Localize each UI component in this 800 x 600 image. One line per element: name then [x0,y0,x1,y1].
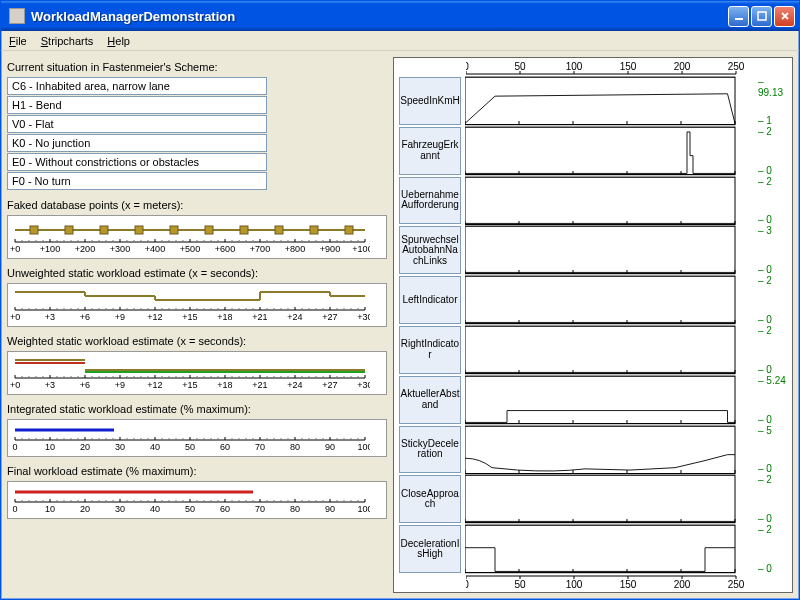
chart-plot [465,325,754,375]
chart-range: – 5 – 0 [754,425,788,475]
chart-row-uebernahmeaufforderung: UebernahmeAufforderung – 2 – 0 [398,176,788,226]
chart-range: – 2 – 0 [754,275,788,325]
svg-text:+9: +9 [115,312,125,322]
svg-rect-11 [310,226,318,234]
chart-label: CloseApproach [399,475,461,523]
svg-text:+3: +3 [45,312,55,322]
svg-text:+100: +100 [40,244,60,254]
svg-text:+21: +21 [252,380,267,390]
svg-text:+21: +21 [252,312,267,322]
chart-max: – 99.13 [758,76,788,98]
chart-max: – 2 [758,325,772,336]
chart-max: – 5 [758,425,772,436]
chart-label: SpurwechselAutobahnNachLinks [399,226,461,274]
chart-range: – 2 – 0 [754,176,788,226]
chart-rows: SpeedInKmH – 99.13 – 1 FahrzeugErkannt [398,76,788,574]
svg-text:10: 10 [45,442,55,452]
chart-plot [465,126,754,176]
svg-text:+800: +800 [285,244,305,254]
svg-text:50: 50 [514,61,526,72]
chart-min: – 0 [758,314,772,325]
chart-min: – 0 [758,563,772,574]
svg-rect-10 [275,226,283,234]
svg-rect-9 [240,226,248,234]
strip1-title: Faked database points (x = meters): [7,199,387,211]
svg-text:70: 70 [255,442,265,452]
svg-rect-8 [205,226,213,234]
chart-plot [465,176,754,226]
svg-rect-363 [465,127,735,174]
svg-text:80: 80 [290,442,300,452]
chart-max: – 5.24 [758,375,786,386]
svg-text:+6: +6 [80,312,90,322]
strip4: 0102030405060708090100 [7,419,387,457]
svg-text:200: 200 [674,579,691,590]
svg-text:+1000: +1000 [352,244,370,254]
menu-help[interactable]: Help [107,35,130,47]
chart-range: – 2 – 0 [754,325,788,375]
svg-text:+30: +30 [357,380,370,390]
svg-text:20: 20 [80,442,90,452]
svg-text:40: 40 [150,442,160,452]
chart-label: LeftIndicator [399,276,461,324]
situation-item: C6 - Inhabited area, narrow lane [7,77,267,95]
chart-row-rightindicator: RightIndicator – 2 – 0 [398,325,788,375]
chart-min: – 1 [758,115,772,126]
chart-range: – 5.24 – 0 [754,375,788,425]
svg-text:+0: +0 [10,244,20,254]
situation-item: E0 - Without constrictions or obstacles [7,153,267,171]
chart-min: – 0 [758,364,772,375]
svg-text:+0: +0 [10,312,20,322]
titlebar[interactable]: WorkloadManagerDemonstration [1,1,799,31]
chart-max: – 2 [758,176,772,187]
situation-list: C6 - Inhabited area, narrow lane H1 - Be… [7,77,387,191]
svg-rect-412 [465,476,735,523]
chart-label: AktuellerAbstand [399,376,461,424]
svg-text:100: 100 [357,504,370,514]
maximize-button[interactable] [751,6,772,27]
svg-text:70: 70 [255,504,265,514]
svg-text:60: 60 [220,442,230,452]
svg-rect-1 [758,12,766,20]
chart-row-stickydeceleration: StickyDeceleration – 5 – 0 [398,425,788,475]
menu-stripcharts[interactable]: Stripcharts [41,35,94,47]
svg-text:+12: +12 [147,312,162,322]
chart-label: SpeedInKmH [399,77,461,125]
svg-text:+18: +18 [217,312,232,322]
svg-text:+30: +30 [357,312,370,322]
chart-min: – 0 [758,463,772,474]
svg-rect-0 [735,18,743,20]
menubar: File Stripcharts Help [1,31,799,51]
svg-rect-398 [465,376,735,423]
svg-text:+300: +300 [110,244,130,254]
chart-range: – 99.13 – 1 [754,76,788,126]
svg-text:+400: +400 [145,244,165,254]
svg-text:30: 30 [115,442,125,452]
situation-item: V0 - Flat [7,115,267,133]
svg-rect-391 [465,326,735,373]
chart-row-speedinkmh: SpeedInKmH – 99.13 – 1 [398,76,788,126]
svg-rect-384 [465,276,735,323]
chart-max: – 2 [758,275,772,286]
close-button[interactable] [774,6,795,27]
svg-text:50: 50 [514,579,526,590]
svg-text:50: 50 [185,504,195,514]
menu-file[interactable]: File [9,35,27,47]
svg-text:+27: +27 [322,312,337,322]
svg-text:+0: +0 [10,380,20,390]
svg-text:+24: +24 [287,312,302,322]
strip2: +0+3+6+9+12+15+18+21+24+27+30 [7,283,387,327]
svg-text:40: 40 [150,504,160,514]
chart-row-closeapproach: CloseApproach – 2 – 0 [398,474,788,524]
svg-text:50: 50 [185,442,195,452]
svg-rect-3 [30,226,38,234]
svg-text:200: 200 [674,61,691,72]
chart-max: – 2 [758,524,772,535]
left-pane: Current situation in Fastenmeier's Schem… [7,57,387,593]
svg-text:+200: +200 [75,244,95,254]
svg-text:+9: +9 [115,380,125,390]
chart-range: – 2 – 0 [754,524,788,574]
minimize-button[interactable] [728,6,749,27]
svg-text:+700: +700 [250,244,270,254]
chart-plot [465,76,754,126]
